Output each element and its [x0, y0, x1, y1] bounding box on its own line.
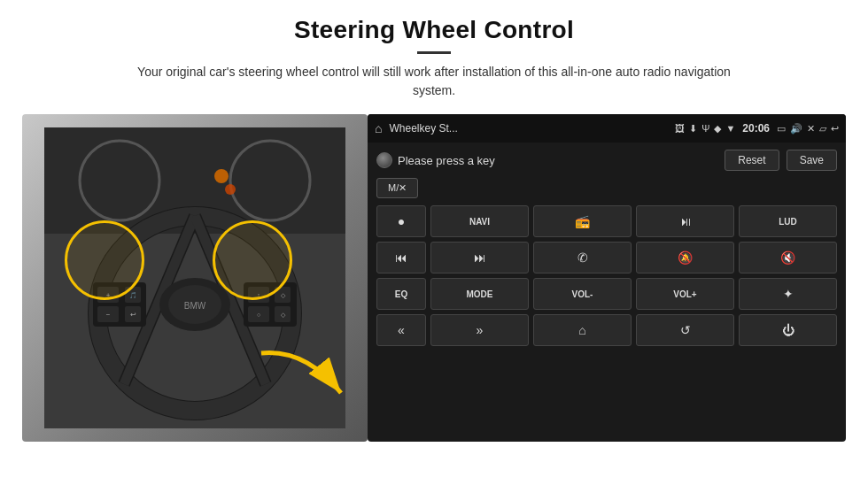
btn-row-4: « » ⌂ ↺ ⏻	[376, 314, 837, 346]
reset-button[interactable]: Reset	[725, 150, 779, 171]
signal-icon: ◆	[714, 123, 721, 135]
mute2-button[interactable]: 🔕	[636, 242, 734, 273]
back-icon[interactable]: ↩	[831, 123, 839, 135]
screenshot-icon: ▭	[777, 123, 786, 135]
next-icon: ⏭	[474, 250, 486, 265]
minimize-icon: ▱	[819, 123, 826, 135]
home-btn-icon: ⌂	[578, 323, 585, 337]
mute-button[interactable]: M/✕	[376, 178, 418, 198]
cd-icon: ●	[398, 214, 405, 228]
right-circle-highlight	[213, 220, 292, 300]
mode-button[interactable]: MODE	[430, 278, 529, 310]
btn-row-1: ● NAVI 📻 ⏯ LUD	[376, 205, 837, 237]
navi-button[interactable]: NAVI	[430, 205, 529, 237]
left-circle-highlight	[65, 220, 144, 300]
radio-button[interactable]: 📻	[533, 205, 632, 237]
steering-wheel-image: BMW + 🎵 − ↩ ↑ ◇ ○ ◇	[22, 114, 368, 442]
page-title: Steering Wheel Control	[294, 16, 574, 44]
lud-button[interactable]: LUD	[739, 205, 837, 237]
refresh-button[interactable]: ↺	[636, 314, 734, 346]
vol-mute-button[interactable]: 🔇	[739, 242, 837, 273]
btn-row-3: EQ MODE VOL- VOL+ ✦	[376, 278, 837, 310]
bluetooth-button[interactable]: ✦	[739, 278, 837, 310]
svg-point-5	[225, 184, 236, 195]
wheelkey-content: Please press a key Reset Save M/✕ ●	[368, 143, 846, 353]
image-icon: 🖼	[675, 123, 685, 134]
navi-label: NAVI	[469, 217, 490, 227]
svg-text:↩: ↩	[130, 311, 136, 319]
btn-row-2: ⏮ ⏭ ✆ 🔕 🔇	[376, 242, 837, 273]
svg-text:🎵: 🎵	[129, 291, 137, 299]
play-pause-icon: ⏯	[679, 214, 692, 228]
key-top-bar: Please press a key Reset Save	[376, 150, 837, 171]
arrow-svg	[252, 344, 359, 415]
svg-point-4	[214, 169, 229, 183]
rewind-button[interactable]: «	[376, 314, 426, 346]
x-icon: ✕	[807, 123, 815, 135]
radio-icon: 📻	[575, 214, 590, 228]
mute-row: M/✕	[376, 178, 837, 198]
cd-button[interactable]: ●	[376, 205, 426, 237]
lud-label: LUD	[779, 217, 797, 227]
title-divider	[417, 51, 451, 54]
page-container: Steering Wheel Control Your original car…	[0, 0, 868, 493]
usb-icon: Ψ	[701, 123, 709, 134]
prev-icon: ⏮	[395, 250, 407, 265]
mode-label: MODE	[467, 289, 493, 299]
save-button[interactable]: Save	[787, 150, 837, 171]
phone-button[interactable]: ✆	[533, 242, 632, 273]
power-button[interactable]: ⏻	[739, 314, 837, 346]
vol-up-button[interactable]: VOL+	[636, 278, 734, 310]
eq-label: EQ	[395, 289, 407, 299]
vol-down-label: VOL-	[572, 289, 593, 299]
svg-text:BMW: BMW	[184, 301, 206, 311]
vol-up-label: VOL+	[673, 289, 696, 299]
refresh-icon: ↺	[680, 323, 691, 337]
bluetooth-icon: ✦	[783, 287, 794, 301]
content-row: BMW + 🎵 − ↩ ↑ ◇ ○ ◇	[22, 114, 846, 442]
status-bar: ⌂ Wheelkey St... 🖼 ⬇ Ψ ◆ ▼ 20:06 ▭ 🔊 ✕ ▱…	[368, 114, 846, 143]
home-button[interactable]: ⌂	[533, 314, 632, 346]
next-button[interactable]: ⏭	[430, 242, 529, 273]
prev-button[interactable]: ⏮	[376, 242, 426, 273]
forward-icon: »	[477, 323, 484, 337]
wifi-icon: ▼	[725, 123, 735, 134]
rewind-icon: «	[398, 323, 405, 337]
status-time: 20:06	[742, 122, 770, 135]
power-icon: ⏻	[782, 323, 794, 337]
volume-icon: 🔊	[790, 123, 802, 135]
android-panel: ⌂ Wheelkey St... 🖼 ⬇ Ψ ◆ ▼ 20:06 ▭ 🔊 ✕ ▱…	[368, 114, 846, 442]
svg-text:○: ○	[257, 312, 260, 318]
download-icon: ⬇	[689, 123, 697, 135]
home-icon[interactable]: ⌂	[375, 121, 382, 135]
forward-button[interactable]: »	[430, 314, 529, 346]
status-icons-right: ▭ 🔊 ✕ ▱ ↩	[777, 123, 839, 135]
phone-icon: ✆	[577, 250, 588, 265]
key-indicator: Please press a key	[376, 152, 717, 168]
key-circle-icon	[376, 152, 392, 168]
svg-text:−: −	[106, 311, 111, 319]
mute2-icon: 🔕	[678, 250, 693, 265]
vol-down-button[interactable]: VOL-	[533, 278, 632, 310]
play-pause-button[interactable]: ⏯	[636, 205, 734, 237]
status-icons: 🖼 ⬇ Ψ ◆ ▼	[675, 123, 735, 135]
app-name: Wheelkey St...	[389, 122, 671, 135]
button-grid: ● NAVI 📻 ⏯ LUD	[376, 205, 837, 346]
vol-mute-icon: 🔇	[780, 250, 795, 265]
eq-button[interactable]: EQ	[376, 278, 426, 310]
page-subtitle: Your original car's steering wheel contr…	[115, 63, 753, 100]
key-prompt-text: Please press a key	[398, 154, 495, 167]
